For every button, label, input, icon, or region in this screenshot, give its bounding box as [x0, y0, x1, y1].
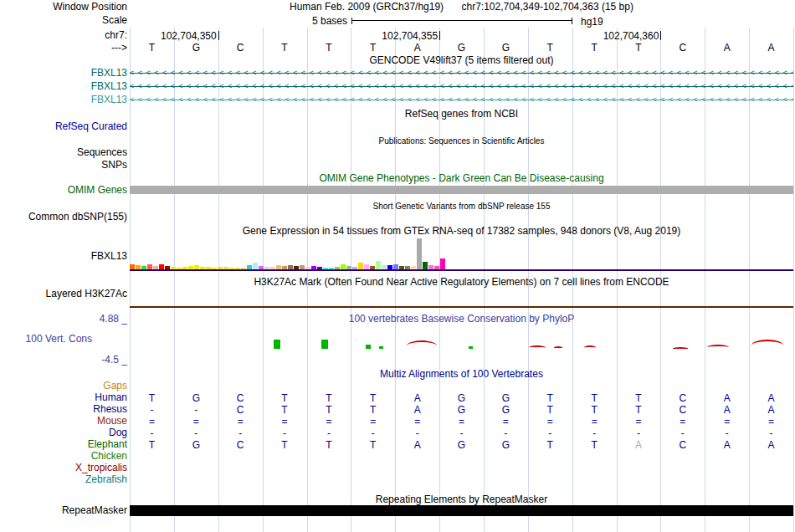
- alignment-base: A: [749, 404, 793, 416]
- sequences-track-label[interactable]: Sequences: [0, 147, 127, 158]
- alignment-base: =: [439, 416, 484, 427]
- alignment-base: -: [263, 427, 307, 439]
- conservation-negative-arc[interactable]: [673, 347, 688, 349]
- omim-genes-label[interactable]: OMIM Genes: [0, 185, 127, 196]
- conservation-negative-arc[interactable]: [584, 345, 596, 349]
- alignment-base: =: [705, 416, 749, 427]
- repeatmasker-bar[interactable]: [130, 505, 793, 516]
- alignment-base: T: [528, 404, 572, 416]
- alignment-base: =: [572, 416, 617, 427]
- gencode-item-label[interactable]: FBXL13: [0, 68, 127, 79]
- conservation-negative-arc[interactable]: [529, 345, 546, 349]
- h3k27ac-track-title: H3K27Ac Mark (Often Found Near Active Re…: [130, 277, 793, 288]
- sequence-base: T: [572, 43, 617, 54]
- coordinate-tick: [660, 31, 661, 40]
- gencode-item-label[interactable]: FBXL13: [0, 81, 127, 92]
- gtex-bar[interactable]: [417, 238, 422, 269]
- alignment-base: =: [307, 416, 351, 427]
- gtex-gene-label[interactable]: FBXL13: [0, 251, 127, 262]
- alignment-base: T: [307, 392, 351, 404]
- gtex-bar[interactable]: [440, 258, 445, 269]
- sequence-base: A: [749, 43, 793, 54]
- alignment-base: -: [705, 427, 749, 439]
- conservation-negative-arc[interactable]: [751, 340, 783, 349]
- omim-gene-bar[interactable]: [130, 186, 793, 194]
- multiz-species-label[interactable]: Rhesus: [0, 404, 127, 415]
- assembly-title: Human Feb. 2009 (GRCh37/hg19): [290, 1, 444, 13]
- multiz-species-label[interactable]: Dog: [0, 427, 127, 438]
- alignment-base: -: [174, 427, 218, 439]
- multiz-species-label[interactable]: Human: [0, 392, 127, 403]
- alignment-base: C: [660, 439, 705, 451]
- alignment-base: =: [218, 416, 263, 427]
- strand-arrows: <<<<<<<<<<<<<<<<<<<<<<<<<<<<<<<<<<<<<<<<…: [130, 81, 793, 91]
- conservation-positive-bar[interactable]: [274, 340, 280, 349]
- alignment-base: T: [572, 439, 617, 451]
- conservation-negative-arc[interactable]: [707, 345, 729, 349]
- conservation-track-title: 100 vertebrates Basewise Conservation by…: [130, 314, 793, 325]
- repeatmasker-track-label[interactable]: RepeatMasker: [0, 505, 127, 516]
- conservation-positive-bar[interactable]: [379, 346, 383, 349]
- alignment-base: T: [351, 392, 395, 404]
- coordinate-label: 102,704,350: [141, 31, 217, 41]
- alignment-base: -: [528, 427, 572, 439]
- multiz-species-label[interactable]: Chicken: [0, 451, 127, 462]
- alignment-base: T: [263, 439, 307, 451]
- h3k27ac-signal-line[interactable]: [130, 306, 793, 308]
- sequence-base: G: [484, 43, 528, 54]
- sequence-base: T: [307, 43, 351, 54]
- alignment-base: =: [617, 416, 661, 427]
- alignment-base: -: [484, 427, 528, 439]
- conservation-negative-arc[interactable]: [407, 340, 437, 349]
- strand-arrows: <<<<<<<<<<<<<<<<<<<<<<<<<<<<<<<<<<<<<<<<…: [130, 95, 793, 105]
- alignment-base: A: [395, 392, 439, 404]
- snps-track-label[interactable]: SNPs: [0, 160, 127, 171]
- refseq-curated-label[interactable]: RefSeq Curated: [0, 121, 127, 132]
- sequence-base: T: [528, 43, 572, 54]
- alignment-base: -: [617, 427, 661, 439]
- multiz-species-label[interactable]: Elephant: [0, 439, 127, 450]
- conservation-positive-bar[interactable]: [321, 340, 328, 349]
- alignment-base: T: [617, 392, 661, 404]
- alignment-base: T: [307, 404, 351, 416]
- gtex-bar[interactable]: [376, 261, 381, 269]
- scale-bar: [351, 18, 572, 24]
- conservation-track-label[interactable]: 100 Vert. Cons: [0, 334, 127, 345]
- multiz-species-label[interactable]: Mouse: [0, 416, 127, 427]
- gtex-bar[interactable]: [423, 262, 428, 269]
- strand-arrows: <<<<<<<<<<<<<<<<<<<<<<<<<<<<<<<<<<<<<<<<…: [130, 68, 793, 78]
- multiz-species-label[interactable]: Zebrafish: [0, 474, 127, 485]
- alignment-base: A: [705, 439, 749, 451]
- alignment-base: =: [130, 416, 174, 427]
- conservation-negative-arc[interactable]: [554, 346, 562, 349]
- alignment-base: T: [307, 439, 351, 451]
- h3k27ac-track-label[interactable]: Layered H3K27Ac: [0, 289, 127, 299]
- multiz-track-title: Multiz Alignments of 100 Vertebrates: [130, 369, 793, 380]
- conservation-positive-bar[interactable]: [366, 345, 371, 349]
- header-titles: Human Feb. 2009 (GRCh37/hg19) chr7:102,7…: [130, 2, 793, 13]
- alignment-base: -: [130, 427, 174, 439]
- gtex-bar[interactable]: [358, 263, 363, 269]
- dbsnp-track-label[interactable]: Common dbSNP(155): [0, 212, 127, 223]
- alignment-base: G: [484, 404, 528, 416]
- alignment-base: -: [660, 427, 705, 439]
- alignment-base: -: [130, 404, 174, 416]
- alignment-base: -: [749, 427, 793, 439]
- conservation-min-label: -4.5 _: [0, 355, 127, 366]
- conservation-positive-bar[interactable]: [469, 346, 473, 349]
- scale-label: Scale: [0, 15, 127, 26]
- alignment-base: =: [484, 416, 528, 427]
- gencode-item-label[interactable]: FBXL13: [0, 95, 127, 105]
- sequence-base: G: [174, 43, 218, 54]
- omim-track-title: OMIM Gene Phenotypes - Dark Green Can Be…: [130, 173, 793, 184]
- multiz-species-label[interactable]: X_tropicalis: [0, 463, 127, 473]
- gtex-chart[interactable]: [130, 238, 793, 269]
- alignment-base: C: [218, 439, 263, 451]
- gtex-bar[interactable]: [253, 263, 258, 269]
- gridline: [793, 28, 794, 532]
- alignment-base: T: [572, 392, 617, 404]
- alignment-base: G: [484, 392, 528, 404]
- alignment-base: -: [174, 404, 218, 416]
- alignment-base: T: [130, 439, 174, 451]
- multiz-species-label[interactable]: Gaps: [0, 381, 127, 391]
